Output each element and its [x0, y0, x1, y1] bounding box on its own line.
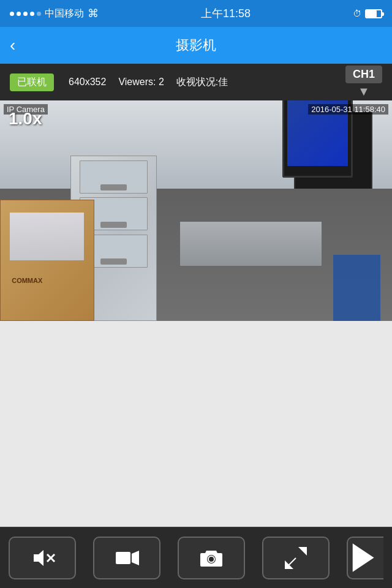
- svg-marker-4: [132, 551, 139, 565]
- svg-marker-8: [298, 547, 307, 556]
- lock-icon: ⏱: [353, 9, 361, 18]
- svg-marker-0: [34, 550, 43, 566]
- video-container[interactable]: COMMAX IP Camera 2016-05-31 11:58:40 1.0…: [0, 100, 392, 321]
- camera-zoom-label: 1.0x: [9, 109, 42, 129]
- svg-line-9: [286, 558, 296, 568]
- signal-dot-4: [30, 12, 34, 16]
- cardboard-box: COMMAX: [0, 200, 94, 321]
- camera-info-bar: 已联机 640x352 Viewers: 2 收视状况:佳 CH1 ▼: [0, 64, 392, 100]
- drawer-handle-2: [100, 222, 127, 228]
- drawer-handle-1: [100, 184, 127, 190]
- wifi-icon: ⌘: [88, 7, 99, 20]
- camera-scene: COMMAX IP Camera 2016-05-31 11:58:40 1.0…: [0, 100, 392, 321]
- signal-dot-2: [17, 12, 21, 16]
- channel-label: CH1: [345, 66, 382, 83]
- status-left: 中国移动 ⌘: [10, 7, 99, 20]
- mute-button[interactable]: [9, 537, 76, 579]
- next-icon: [348, 537, 383, 579]
- signal-dots: [10, 12, 41, 16]
- camera-stats: 640x352 Viewers: 2 收视状况:佳: [69, 76, 228, 89]
- video-record-button[interactable]: [93, 537, 160, 579]
- quality-label: 收视状况:佳: [176, 76, 228, 89]
- channel-selector[interactable]: CH1 ▼: [345, 66, 382, 99]
- nav-bar: ‹ 摄影机: [0, 27, 392, 64]
- back-button[interactable]: ‹: [10, 36, 15, 55]
- svg-rect-3: [116, 552, 130, 564]
- channel-arrow-icon: ▼: [358, 85, 370, 99]
- battery-fill: [366, 10, 377, 17]
- resize-button[interactable]: [262, 537, 330, 579]
- drawer-1: [80, 160, 148, 194]
- video-record-icon: [113, 545, 140, 571]
- viewers-label: Viewers: 2: [118, 77, 164, 88]
- blue-box: [333, 255, 380, 321]
- box-label: COMMAX: [12, 277, 42, 284]
- signal-dot-3: [23, 12, 28, 16]
- signal-dot-5: [37, 12, 41, 16]
- snapshot-button[interactable]: [178, 537, 245, 579]
- mute-icon: [29, 545, 56, 571]
- camera-icon: [198, 545, 225, 571]
- misc-items: [180, 222, 321, 266]
- desk-items: [157, 211, 392, 321]
- resolution-label: 640x352: [69, 77, 106, 88]
- carrier-label: 中国移动: [45, 7, 84, 20]
- connected-badge: 已联机: [10, 74, 54, 91]
- battery-icon: [365, 9, 382, 18]
- status-time: 上午11:58: [201, 6, 251, 21]
- svg-marker-10: [353, 543, 374, 571]
- camera-overlay-topright: 2016-05-31 11:58:40: [308, 104, 388, 115]
- resize-icon: [282, 545, 309, 571]
- nav-title: 摄影机: [176, 36, 216, 55]
- box-contents: [10, 213, 84, 260]
- empty-area: [0, 321, 392, 554]
- bottom-toolbar: [0, 527, 392, 588]
- status-bar: 中国移动 ⌘ 上午11:58 ⏱: [0, 0, 392, 27]
- drawer-handle-3: [100, 258, 127, 265]
- status-right: ⏱: [353, 9, 382, 18]
- next-button[interactable]: [347, 537, 383, 579]
- signal-dot-1: [10, 12, 14, 16]
